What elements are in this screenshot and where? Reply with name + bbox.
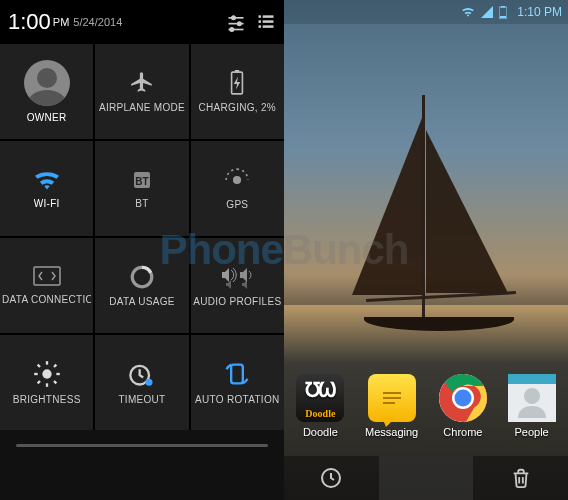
tile-bt[interactable]: BT BT [95,141,188,236]
tile-label: TIMEOUT [118,394,165,405]
svg-rect-11 [263,25,274,28]
wallpaper-sailboat [326,95,526,335]
app-dock: ƱѠDoodle Doodle Messaging Chrome [284,360,568,452]
svg-rect-10 [259,25,262,28]
tile-gps[interactable]: GPS [191,141,284,236]
tile-data-usage[interactable]: DATA USAGE [95,238,188,333]
qs-brightness-slider[interactable] [0,430,284,460]
wifi-icon [32,168,62,192]
tile-timeout[interactable]: TIMEOUT [95,335,188,430]
svg-rect-41 [508,374,556,384]
doodle-icon: ƱѠDoodle [296,374,344,422]
tile-label: DATA CONNECTION [2,294,91,305]
svg-text:BT: BT [135,176,148,187]
qs-ampm: PM [53,16,70,28]
svg-rect-7 [263,15,274,18]
tile-wifi[interactable]: WI-FI [0,141,93,236]
tile-audio-profiles[interactable]: AUDIO PROFILES [191,238,284,333]
qs-status-bar: 1:00 PM 5/24/2014 [0,0,284,44]
qs-time: 1:00 [8,9,51,35]
tile-owner[interactable]: OWNER [0,44,93,139]
svg-rect-13 [235,70,239,72]
tile-label: OWNER [27,112,67,123]
app-label: People [514,426,548,438]
tile-auto-rotation[interactable]: AUTO ROTATION [191,335,284,430]
chrome-icon [439,374,487,422]
people-icon [508,374,556,422]
qs-tile-grid: OWNER AIRPLANE MODE CHARGING, 2% WI-FI [0,44,284,430]
app-messaging[interactable]: Messaging [365,374,418,438]
app-label: Doodle [303,426,338,438]
tile-brightness[interactable]: BRIGHTNESS [0,335,93,430]
tile-label: AIRPLANE MODE [99,102,185,113]
svg-rect-8 [259,20,262,23]
svg-point-3 [238,22,241,25]
svg-point-5 [230,28,233,31]
recent-apps-button[interactable] [284,456,379,500]
signal-status-icon [481,6,493,18]
svg-point-39 [454,390,471,407]
bluetooth-icon: BT [130,168,154,192]
svg-line-26 [37,381,39,383]
trash-button[interactable] [473,456,568,500]
auto-rotation-icon [223,360,251,388]
hs-status-bar: 1:10 PM [284,0,568,24]
svg-rect-30 [231,365,243,384]
tile-label: GPS [226,199,248,210]
timeout-icon [128,360,156,388]
tile-label: AUTO ROTATION [195,394,279,405]
nav-separator [379,456,474,500]
battery-status-icon [499,6,507,19]
svg-line-27 [54,365,56,367]
battery-charging-icon [229,70,245,96]
tile-label: CHARGING, 2% [199,102,277,113]
tile-label: DATA USAGE [109,296,174,307]
app-people[interactable]: People [508,374,556,438]
svg-point-1 [232,16,235,19]
wifi-status-icon [461,6,475,18]
airplane-icon [129,70,155,96]
tile-label: BT [135,198,148,209]
data-usage-icon [129,264,155,290]
app-label: Chrome [443,426,482,438]
data-connection-icon [33,266,61,288]
svg-point-19 [42,369,51,378]
qs-date: 5/24/2014 [73,16,122,28]
audio-profiles-icon [220,264,254,290]
tile-label: BRIGHTNESS [13,394,81,405]
hs-time: 1:10 PM [517,5,562,19]
list-icon[interactable] [256,12,276,32]
svg-rect-32 [501,6,505,8]
svg-rect-6 [259,15,262,18]
svg-rect-17 [34,267,60,285]
svg-point-16 [234,177,241,184]
sliders-icon[interactable] [226,12,246,32]
quick-settings-screen: 1:00 PM 5/24/2014 [0,0,284,500]
svg-point-42 [524,388,540,404]
avatar-icon [24,60,70,106]
svg-line-24 [37,365,39,367]
app-chrome[interactable]: Chrome [439,374,487,438]
tile-data-connection[interactable]: DATA CONNECTION [0,238,93,333]
app-label: Messaging [365,426,418,438]
tile-label: AUDIO PROFILES [193,296,281,307]
messaging-icon [368,374,416,422]
svg-point-29 [145,379,152,386]
svg-line-25 [54,381,56,383]
svg-rect-9 [263,20,274,23]
gps-icon [224,167,250,193]
tile-airplane-mode[interactable]: AIRPLANE MODE [95,44,188,139]
home-bottom-bar [284,456,568,500]
home-screen: 1:10 PM ƱѠDoodle Doodle Messaging Chrome [284,0,568,500]
tile-label: WI-FI [34,198,60,209]
slider-track [16,444,268,447]
brightness-icon [33,360,61,388]
app-doodle[interactable]: ƱѠDoodle Doodle [296,374,344,438]
svg-rect-33 [500,16,506,18]
tile-battery[interactable]: CHARGING, 2% [191,44,284,139]
